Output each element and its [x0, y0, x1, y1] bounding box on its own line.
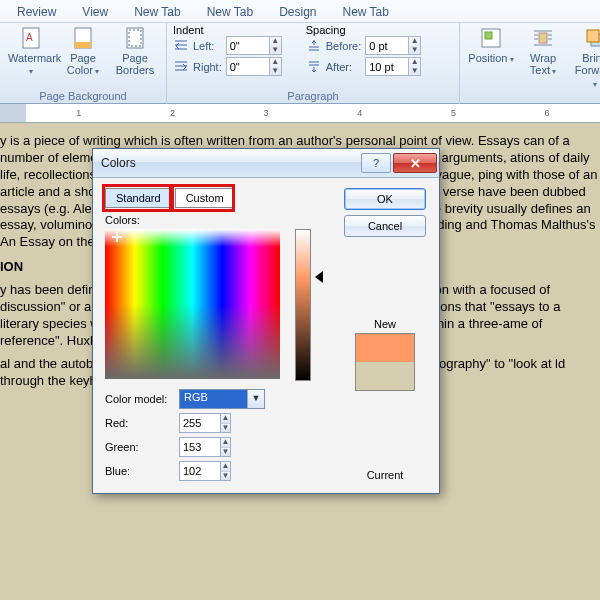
wrap-text-button[interactable]: Wrap Text ▾ [518, 24, 568, 92]
color-crosshair[interactable] [112, 232, 122, 242]
colors-label: Colors: [105, 214, 329, 226]
svg-rect-8 [539, 33, 547, 43]
page-color-icon [71, 26, 95, 50]
new-label: New [374, 318, 396, 330]
spacing-after-icon [306, 59, 322, 75]
tab-view[interactable]: View [69, 1, 121, 22]
close-button[interactable]: ✕ [393, 153, 437, 173]
tab-new1[interactable]: New Tab [121, 1, 193, 22]
help-button[interactable]: ? [361, 153, 391, 173]
green-label: Green: [105, 441, 173, 453]
highlight-standard [102, 184, 172, 212]
color-field[interactable] [105, 229, 280, 379]
ruler[interactable]: 123456 [0, 104, 600, 123]
color-swatch [355, 333, 415, 391]
red-label: Red: [105, 417, 173, 429]
indent-left-label: Left: [193, 40, 222, 52]
luminance-slider[interactable] [295, 229, 311, 381]
green-input[interactable]: ▲▼ [179, 437, 231, 457]
svg-rect-7 [485, 32, 492, 39]
indent-left-icon [173, 38, 189, 54]
blue-label: Blue: [105, 465, 173, 477]
spacing-before-icon [306, 38, 322, 54]
tab-new2[interactable]: New Tab [194, 1, 266, 22]
bring-forward-button[interactable]: Bring Forward ▾ [570, 24, 600, 92]
position-icon [479, 26, 503, 50]
indent-right-label: Right: [193, 61, 222, 73]
spacing-after-input[interactable]: ▲▼ [365, 57, 421, 76]
ok-button[interactable]: OK [344, 188, 426, 210]
spacing-after-label: After: [326, 61, 361, 73]
dialog-title: Colors [101, 156, 136, 170]
highlight-custom [171, 184, 235, 212]
group-label-page-background: Page Background [6, 90, 160, 104]
indent-left-input[interactable]: ▲▼ [226, 36, 282, 55]
swatch-new [356, 334, 414, 362]
indent-right-input[interactable]: ▲▼ [226, 57, 282, 76]
swatch-current [356, 362, 414, 390]
tab-review[interactable]: Review [4, 1, 69, 22]
watermark-button[interactable]: A Watermark ▾ [6, 24, 56, 79]
ribbon: Review View New Tab New Tab Design New T… [0, 0, 600, 104]
group-label-paragraph: Paragraph [173, 90, 453, 104]
cancel-button[interactable]: Cancel [344, 215, 426, 237]
blue-input[interactable]: ▲▼ [179, 461, 231, 481]
group-paragraph: Indent Left: ▲▼ Right: ▲▼ [167, 23, 460, 104]
group-arrange: Position ▾ Wrap Text ▾ Bring Forward ▾ [460, 23, 600, 104]
svg-text:A: A [26, 32, 33, 43]
svg-rect-3 [75, 42, 91, 48]
indent-heading: Indent [173, 24, 282, 36]
color-model-select[interactable]: RGB▼ [179, 389, 265, 409]
wrap-text-icon [531, 26, 555, 50]
spacing-before-label: Before: [326, 40, 361, 52]
group-page-background: A Watermark ▾ Page Color ▾ Page Borders … [0, 23, 167, 104]
ribbon-tabs: Review View New Tab New Tab Design New T… [0, 0, 600, 22]
group-label-arrange [466, 102, 600, 104]
indent-right-icon [173, 59, 189, 75]
position-button[interactable]: Position ▾ [466, 24, 516, 92]
tab-new3[interactable]: New Tab [329, 1, 401, 22]
watermark-icon: A [19, 26, 43, 50]
tab-design[interactable]: Design [266, 1, 329, 22]
bring-forward-icon [583, 26, 600, 50]
spacing-before-input[interactable]: ▲▼ [365, 36, 421, 55]
luminance-pointer[interactable] [315, 271, 323, 283]
page-color-button[interactable]: Page Color ▾ [58, 24, 108, 79]
svg-rect-10 [587, 30, 599, 42]
page-borders-button[interactable]: Page Borders [110, 24, 160, 79]
colors-dialog: Colors ? ✕ Standard Custom Colors: Color… [92, 148, 440, 494]
dialog-titlebar[interactable]: Colors ? ✕ [93, 149, 439, 178]
color-model-label: Color model: [105, 393, 173, 405]
red-input[interactable]: ▲▼ [179, 413, 231, 433]
page-borders-icon [123, 26, 147, 50]
spacing-heading: Spacing [306, 24, 421, 36]
current-label: Current [367, 469, 404, 481]
